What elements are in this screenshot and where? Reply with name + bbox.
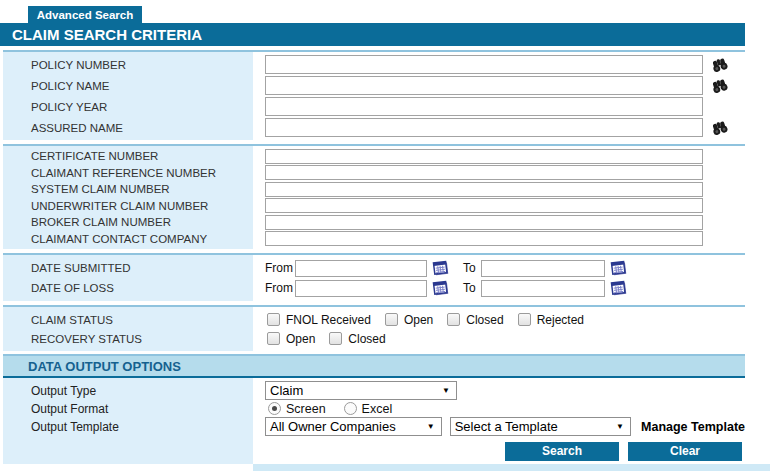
underwriter-claim-number-label: UNDERWRITER CLAIM NUMBER bbox=[3, 200, 253, 212]
field-row: POLICY NAME bbox=[3, 75, 745, 96]
claimant-reference-number-label: CLAIMANT REFERENCE NUMBER bbox=[3, 167, 253, 179]
dropdown-arrow-icon: ▼ bbox=[427, 423, 435, 431]
certificate-number-input[interactable] bbox=[265, 149, 703, 164]
certificate-number-label: CERTIFICATE NUMBER bbox=[3, 150, 253, 162]
calendar-icon[interactable] bbox=[432, 280, 449, 297]
field-row: ASSURED NAME bbox=[3, 117, 745, 138]
page-title: CLAIM SEARCH CRITERIA bbox=[12, 26, 202, 43]
claim-status-row: CLAIM STATUS FNOL Received Open Closed R… bbox=[3, 310, 745, 329]
claimant-contact-company-input[interactable] bbox=[265, 231, 703, 246]
assured-name-input[interactable] bbox=[265, 118, 703, 137]
checkbox-recovery-closed[interactable] bbox=[329, 332, 342, 345]
date-of-loss-label: DATE OF LOSS bbox=[3, 282, 253, 294]
clear-button[interactable]: Clear bbox=[628, 442, 742, 461]
claimant-contact-company-label: CLAIMANT CONTACT COMPANY bbox=[3, 233, 253, 245]
tab-label: Advanced Search bbox=[37, 9, 134, 21]
underwriter-claim-number-input[interactable] bbox=[265, 198, 703, 213]
bottom-strip bbox=[253, 464, 770, 471]
policy-year-input[interactable] bbox=[265, 97, 703, 116]
checkbox-label: Closed bbox=[466, 313, 503, 327]
output-type-row: Output Type Claim ▼ bbox=[3, 381, 745, 400]
field-row: CERTIFICATE NUMBER bbox=[3, 148, 745, 165]
date-row: DATE SUBMITTED From To bbox=[3, 258, 745, 278]
output-format-screen-radio[interactable] bbox=[268, 402, 281, 415]
broker-claim-number-label: BROKER CLAIM NUMBER bbox=[3, 216, 253, 228]
data-output-options-title: DATA OUTPUT OPTIONS bbox=[3, 359, 181, 374]
calendar-icon[interactable] bbox=[610, 260, 627, 277]
template-selected-value: Select a Template bbox=[455, 419, 558, 434]
date-of-loss-to-input[interactable] bbox=[481, 280, 605, 297]
date-row: DATE OF LOSS From To bbox=[3, 278, 745, 298]
status-section: CLAIM STATUS FNOL Received Open Closed R… bbox=[3, 305, 745, 351]
radio-label: Screen bbox=[286, 402, 326, 416]
checkbox-claim-closed[interactable] bbox=[447, 313, 460, 326]
template-company-selected-value: All Owner Companies bbox=[270, 419, 396, 434]
output-type-select[interactable]: Claim ▼ bbox=[265, 381, 457, 400]
field-row: SYSTEM CLAIM NUMBER bbox=[3, 181, 745, 198]
output-type-selected-value: Claim bbox=[270, 383, 303, 398]
system-claim-number-label: SYSTEM CLAIM NUMBER bbox=[3, 183, 253, 195]
date-section: DATE SUBMITTED From To DATE OF LOSS From bbox=[3, 253, 745, 301]
checkbox-claim-open[interactable] bbox=[385, 313, 398, 326]
date-submitted-label: DATE SUBMITTED bbox=[3, 262, 253, 274]
output-format-excel-radio[interactable] bbox=[344, 402, 357, 415]
template-select[interactable]: Select a Template ▼ bbox=[450, 417, 631, 436]
output-template-label: Output Template bbox=[3, 420, 253, 434]
checkbox-rejected[interactable] bbox=[518, 313, 531, 326]
policy-number-input[interactable] bbox=[265, 55, 703, 74]
claim-search-page: Advanced Search CLAIM SEARCH CRITERIA PO… bbox=[0, 6, 770, 471]
policy-name-label: POLICY NAME bbox=[3, 80, 253, 92]
date-submitted-from-input[interactable] bbox=[295, 260, 427, 277]
page-title-bar: CLAIM SEARCH CRITERIA bbox=[0, 23, 745, 46]
broker-claim-number-input[interactable] bbox=[265, 215, 703, 230]
assured-name-label: ASSURED NAME bbox=[3, 122, 253, 134]
binoculars-icon[interactable] bbox=[711, 119, 728, 136]
to-label: To bbox=[463, 261, 481, 275]
dropdown-arrow-icon: ▼ bbox=[616, 423, 624, 431]
claim-status-label: CLAIM STATUS bbox=[3, 314, 253, 326]
template-company-select[interactable]: All Owner Companies ▼ bbox=[265, 417, 442, 436]
actions-row: Search Clear bbox=[3, 438, 745, 464]
checkbox-label: Rejected bbox=[537, 313, 584, 327]
output-format-row: Output Format Screen Excel bbox=[3, 400, 745, 417]
calendar-icon[interactable] bbox=[610, 280, 627, 297]
to-label: To bbox=[463, 281, 481, 295]
checkbox-label: Closed bbox=[348, 332, 385, 346]
checkbox-label: Open bbox=[286, 332, 315, 346]
from-label: From bbox=[265, 261, 295, 275]
search-button[interactable]: Search bbox=[505, 442, 619, 461]
policy-year-label: POLICY YEAR bbox=[3, 101, 253, 113]
output-type-label: Output Type bbox=[3, 384, 253, 398]
field-row: CLAIMANT REFERENCE NUMBER bbox=[3, 165, 745, 182]
checkbox-label: Open bbox=[404, 313, 433, 327]
policy-name-input[interactable] bbox=[265, 76, 703, 95]
field-row: POLICY NUMBER bbox=[3, 54, 745, 75]
claimant-reference-number-input[interactable] bbox=[265, 165, 703, 180]
calendar-icon[interactable] bbox=[432, 260, 449, 277]
tab-advanced-search[interactable]: Advanced Search bbox=[28, 6, 142, 23]
binoculars-icon[interactable] bbox=[711, 56, 728, 73]
policy-number-label: POLICY NUMBER bbox=[3, 59, 253, 71]
date-submitted-to-input[interactable] bbox=[481, 260, 605, 277]
output-template-row: Output Template All Owner Companies ▼ Se… bbox=[3, 417, 745, 436]
checkbox-fnol-received[interactable] bbox=[267, 313, 280, 326]
radio-label: Excel bbox=[362, 402, 393, 416]
policy-section: POLICY NUMBER POLICY NAME bbox=[3, 50, 745, 140]
checkbox-label: FNOL Received bbox=[286, 313, 371, 327]
claim-numbers-section: CERTIFICATE NUMBER CLAIMANT REFERENCE NU… bbox=[3, 144, 745, 249]
data-output-options-header: DATA OUTPUT OPTIONS bbox=[3, 354, 745, 378]
field-row: BROKER CLAIM NUMBER bbox=[3, 214, 745, 231]
system-claim-number-input[interactable] bbox=[265, 182, 703, 197]
date-of-loss-from-input[interactable] bbox=[295, 280, 427, 297]
manage-template-link[interactable]: Manage Template bbox=[641, 420, 745, 434]
field-row: UNDERWRITER CLAIM NUMBER bbox=[3, 198, 745, 215]
output-options-section: Output Type Claim ▼ Output Format Screen… bbox=[3, 378, 745, 438]
from-label: From bbox=[265, 281, 295, 295]
icon-spacer bbox=[711, 98, 728, 115]
binoculars-icon[interactable] bbox=[711, 77, 728, 94]
dropdown-arrow-icon: ▼ bbox=[442, 387, 450, 395]
field-row: CLAIMANT CONTACT COMPANY bbox=[3, 231, 745, 248]
checkbox-recovery-open[interactable] bbox=[267, 332, 280, 345]
recovery-status-row: RECOVERY STATUS Open Closed bbox=[3, 329, 745, 348]
recovery-status-label: RECOVERY STATUS bbox=[3, 333, 253, 345]
